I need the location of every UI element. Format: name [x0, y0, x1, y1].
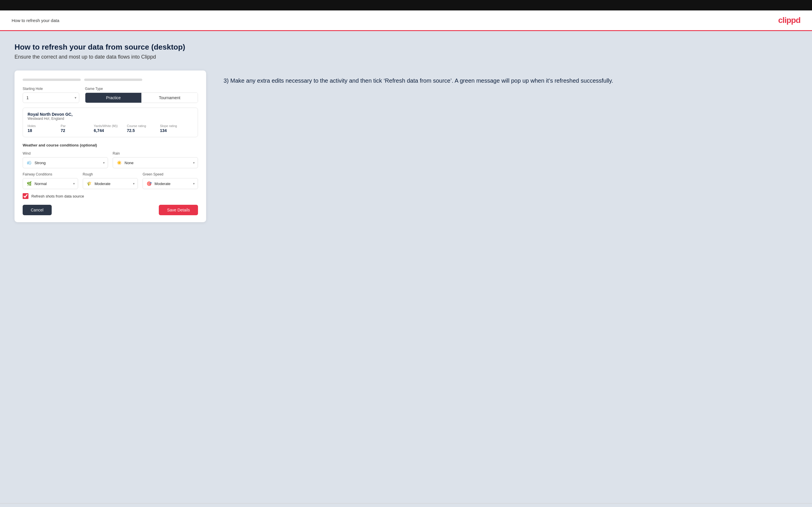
rain-icon: ☀️ — [116, 160, 122, 166]
rain-select[interactable]: ☀️ None ▾ — [113, 157, 198, 168]
rain-chevron-icon: ▾ — [193, 161, 195, 165]
wind-icon: 💨 — [26, 160, 32, 166]
rough-value: Moderate — [95, 181, 132, 186]
cancel-button[interactable]: Cancel — [22, 205, 52, 215]
starting-hole-select-wrapper[interactable]: 1 ▾ — [22, 93, 79, 103]
course-location: Westward Ho!, England — [28, 117, 193, 121]
practice-button[interactable]: Practice — [85, 93, 142, 103]
save-details-button[interactable]: Save Details — [159, 205, 198, 215]
tab-placeholder-1 — [22, 78, 81, 81]
tab-placeholder-2 — [84, 78, 142, 81]
wind-label: Wind — [22, 152, 108, 156]
wind-value: Strong — [35, 161, 102, 165]
wind-rain-row: Wind 💨 Strong ▾ Rain ☀️ None ▾ — [22, 152, 198, 168]
header: How to refresh your data clippd — [0, 10, 812, 31]
refresh-checkbox-label: Refresh shots from data source — [31, 194, 84, 199]
rough-select[interactable]: 🌾 Moderate ▾ — [83, 178, 138, 189]
course-stat-holes: Holes 18 — [28, 124, 61, 133]
course-stat-slope-rating: Slope rating 134 — [160, 124, 193, 133]
game-type-buttons: Practice Tournament — [85, 93, 198, 103]
holes-value: 18 — [28, 128, 61, 133]
fairway-group: Fairway Conditions 🌿 Normal ▾ — [22, 172, 78, 189]
form-card: Starting Hole 1 ▾ Game Type Practice Tou… — [14, 70, 206, 222]
side-description-text: 3) Make any extra edits necessary to the… — [223, 76, 798, 85]
rough-chevron-icon: ▾ — [133, 182, 135, 186]
footer: Copyright Clippd 2022 — [0, 503, 812, 507]
side-description: 3) Make any extra edits necessary to the… — [223, 70, 798, 85]
green-speed-group: Green Speed 🎯 Moderate ▾ — [143, 172, 198, 189]
rough-label: Rough — [83, 172, 138, 176]
course-stat-course-rating: Course rating 72.5 — [127, 124, 160, 133]
green-speed-label: Green Speed — [143, 172, 198, 176]
starting-hole-select[interactable]: 1 — [22, 93, 79, 103]
course-stat-par: Par 72 — [61, 124, 94, 133]
green-speed-select[interactable]: 🎯 Moderate ▾ — [143, 178, 198, 189]
action-row: Cancel Save Details — [22, 205, 198, 215]
refresh-checkbox[interactable] — [22, 193, 29, 199]
wind-select[interactable]: 💨 Strong ▾ — [22, 157, 108, 168]
page-heading: How to refresh your data from source (de… — [14, 43, 798, 52]
par-label: Par — [61, 124, 94, 128]
rain-group: Rain ☀️ None ▾ — [113, 152, 198, 168]
fairway-label: Fairway Conditions — [22, 172, 78, 176]
green-speed-value: Moderate — [154, 181, 192, 186]
checkbox-row: Refresh shots from data source — [22, 193, 198, 199]
slope-rating-label: Slope rating — [160, 124, 193, 128]
green-speed-chevron-icon: ▾ — [193, 182, 195, 186]
top-tab-bar — [22, 78, 198, 81]
holes-label: Holes — [28, 124, 61, 128]
tournament-button[interactable]: Tournament — [141, 93, 198, 103]
course-rating-value: 72.5 — [127, 128, 160, 133]
content-area: Starting Hole 1 ▾ Game Type Practice Tou… — [14, 70, 798, 222]
weather-section-title: Weather and course conditions (optional) — [22, 143, 198, 147]
course-stat-yards: Yards/White (M)) 6,744 — [94, 124, 127, 133]
yards-value: 6,744 — [94, 128, 127, 133]
starting-game-row: Starting Hole 1 ▾ Game Type Practice Tou… — [22, 87, 198, 103]
par-value: 72 — [61, 128, 94, 133]
fairway-chevron-icon: ▾ — [73, 182, 75, 186]
rough-icon: 🌾 — [86, 180, 92, 187]
slope-rating-value: 134 — [160, 128, 193, 133]
main-content: How to refresh your data from source (de… — [0, 31, 812, 503]
yards-label: Yards/White (M)) — [94, 124, 127, 128]
rain-value: None — [124, 161, 192, 165]
course-stats: Holes 18 Par 72 Yards/White (M)) 6,744 C… — [28, 124, 193, 133]
rough-group: Rough 🌾 Moderate ▾ — [83, 172, 138, 189]
fairway-value: Normal — [35, 181, 72, 186]
wind-group: Wind 💨 Strong ▾ — [22, 152, 108, 168]
course-info-box: Royal North Devon GC, Westward Ho!, Engl… — [22, 108, 198, 137]
header-title: How to refresh your data — [12, 18, 59, 23]
logo: clippd — [778, 16, 800, 25]
conditions-row: Fairway Conditions 🌿 Normal ▾ Rough 🌾 Mo… — [22, 172, 198, 189]
page-subheading: Ensure the correct and most up to date d… — [14, 54, 798, 60]
course-rating-label: Course rating — [127, 124, 160, 128]
starting-hole-label: Starting Hole — [22, 87, 79, 91]
game-type-group: Game Type Practice Tournament — [85, 87, 198, 103]
fairway-select[interactable]: 🌿 Normal ▾ — [22, 178, 78, 189]
game-type-label: Game Type — [85, 87, 198, 91]
green-speed-icon: 🎯 — [146, 180, 152, 187]
starting-hole-group: Starting Hole 1 ▾ — [22, 87, 79, 103]
top-bar — [0, 0, 812, 10]
course-name: Royal North Devon GC, — [28, 112, 193, 117]
wind-chevron-icon: ▾ — [103, 161, 105, 165]
fairway-icon: 🌿 — [26, 180, 32, 187]
rain-label: Rain — [113, 152, 198, 156]
